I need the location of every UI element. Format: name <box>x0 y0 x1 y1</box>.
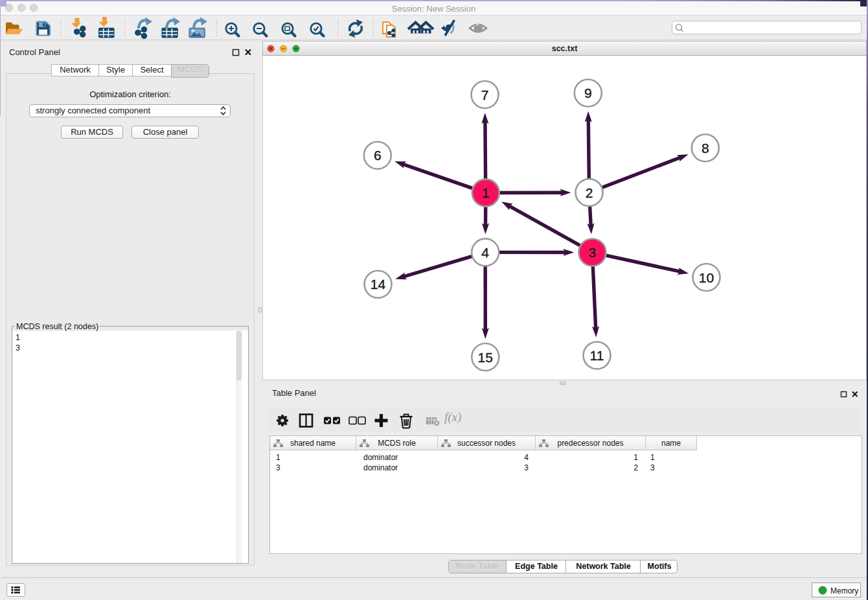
svg-text:9: 9 <box>584 86 592 100</box>
svg-text:8: 8 <box>702 141 709 156</box>
svg-text:7: 7 <box>481 87 489 102</box>
svg-text:10: 10 <box>699 270 714 285</box>
svg-text:1: 1 <box>482 185 490 200</box>
svg-text:6: 6 <box>374 148 382 163</box>
svg-text:15: 15 <box>478 350 493 365</box>
svg-text:4: 4 <box>481 245 489 260</box>
svg-text:3: 3 <box>589 245 597 260</box>
svg-text:11: 11 <box>590 348 604 363</box>
svg-text:14: 14 <box>371 277 386 292</box>
svg-text:2: 2 <box>586 185 593 200</box>
